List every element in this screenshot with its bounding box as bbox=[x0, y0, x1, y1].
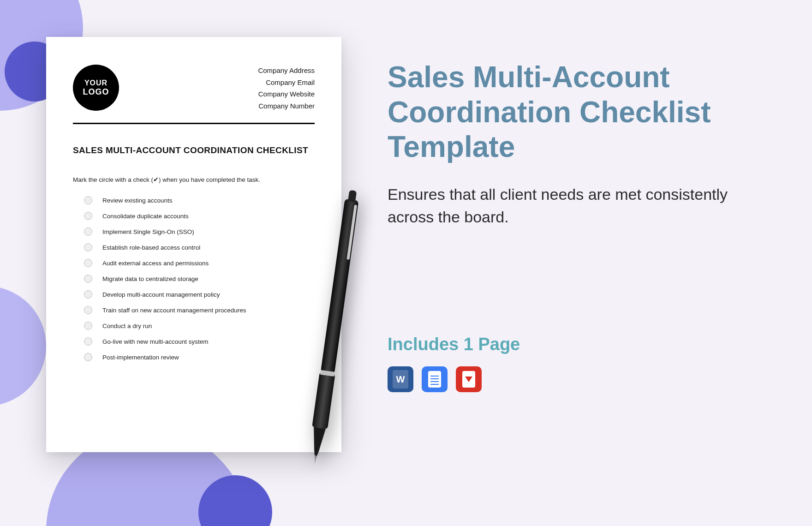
checkbox-icon bbox=[84, 322, 92, 330]
document-preview: YOUR LOGO Company Address Company Email … bbox=[46, 37, 341, 452]
checkbox-icon bbox=[84, 290, 92, 299]
svg-marker-4 bbox=[314, 455, 316, 464]
list-item: Migrate data to centralized storage bbox=[84, 275, 315, 283]
item-label: Go-live with new multi-account system bbox=[102, 338, 209, 345]
logo-line2: LOGO bbox=[83, 87, 109, 97]
item-label: Review existing accounts bbox=[102, 197, 173, 204]
list-item: Post-implementation review bbox=[84, 353, 315, 361]
checkbox-icon bbox=[84, 306, 92, 314]
promo-panel: Sales Multi-Account Coordination Checkli… bbox=[388, 37, 747, 392]
document-instruction: Mark the circle with a check (✔) when yo… bbox=[73, 176, 315, 183]
document-header: YOUR LOGO Company Address Company Email … bbox=[73, 65, 315, 112]
item-label: Audit external access and permissions bbox=[102, 260, 209, 267]
checkbox-icon bbox=[84, 227, 92, 236]
checkbox-icon bbox=[84, 337, 92, 346]
template-title: Sales Multi-Account Coordination Checkli… bbox=[388, 60, 747, 165]
checklist: Review existing accounts Consolidate dup… bbox=[73, 196, 315, 361]
format-icons bbox=[388, 366, 747, 392]
checkbox-icon bbox=[84, 212, 92, 220]
item-label: Implement Single Sign-On (SSO) bbox=[102, 228, 194, 235]
list-item: Establish role-based access control bbox=[84, 243, 315, 251]
item-label: Develop multi-account management policy bbox=[102, 291, 220, 298]
list-item: Develop multi-account management policy bbox=[84, 290, 315, 299]
item-label: Post-implementation review bbox=[102, 354, 179, 361]
item-label: Migrate data to centralized storage bbox=[102, 275, 198, 282]
pdf-icon bbox=[456, 366, 482, 392]
checkbox-icon bbox=[84, 353, 92, 361]
main-container: YOUR LOGO Company Address Company Email … bbox=[0, 0, 812, 526]
divider bbox=[73, 123, 315, 124]
item-label: Establish role-based access control bbox=[102, 244, 200, 251]
company-website: Company Website bbox=[258, 88, 315, 100]
company-number: Company Number bbox=[258, 100, 315, 112]
google-docs-icon bbox=[422, 366, 448, 392]
list-item: Review existing accounts bbox=[84, 196, 315, 204]
company-email: Company Email bbox=[258, 77, 315, 89]
list-item: Implement Single Sign-On (SSO) bbox=[84, 227, 315, 236]
checkbox-icon bbox=[84, 196, 92, 204]
svg-marker-3 bbox=[309, 427, 325, 461]
company-info: Company Address Company Email Company We… bbox=[258, 65, 315, 112]
svg-rect-1 bbox=[312, 372, 335, 430]
item-label: Train staff on new account management pr… bbox=[102, 307, 246, 314]
document-title: SALES MULTI-ACCOUNT COORDINATION CHECKLI… bbox=[73, 145, 315, 155]
list-item: Go-live with new multi-account system bbox=[84, 337, 315, 346]
logo-placeholder: YOUR LOGO bbox=[73, 65, 119, 111]
list-item: Train staff on new account management pr… bbox=[84, 306, 315, 314]
item-label: Conduct a dry run bbox=[102, 323, 152, 329]
word-icon bbox=[388, 366, 413, 392]
list-item: Audit external access and permissions bbox=[84, 259, 315, 267]
checkbox-icon bbox=[84, 275, 92, 283]
checkbox-icon bbox=[84, 243, 92, 251]
template-description: Ensures that all client needs are met co… bbox=[388, 183, 747, 229]
list-item: Conduct a dry run bbox=[84, 322, 315, 330]
includes-label: Includes 1 Page bbox=[388, 335, 747, 354]
list-item: Consolidate duplicate accounts bbox=[84, 212, 315, 220]
checkbox-icon bbox=[84, 259, 92, 267]
item-label: Consolidate duplicate accounts bbox=[102, 213, 189, 220]
company-address: Company Address bbox=[258, 65, 315, 77]
logo-line1: YOUR bbox=[84, 79, 107, 87]
